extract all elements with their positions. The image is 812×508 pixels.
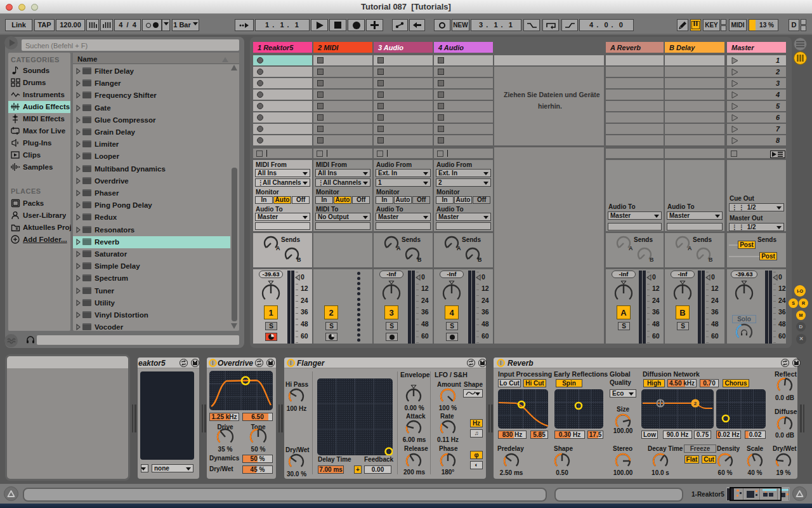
svg-text:2: 2: [694, 401, 697, 406]
